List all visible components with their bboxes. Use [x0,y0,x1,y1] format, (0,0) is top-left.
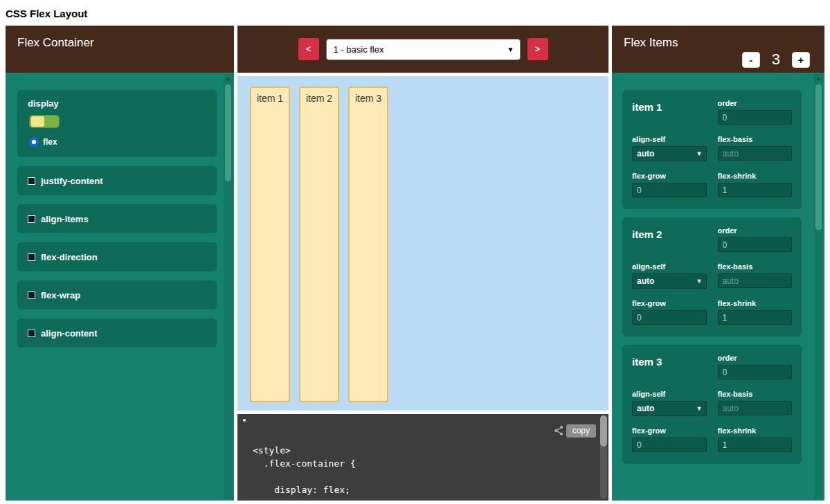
flex-shrink-label: flex-shrink [718,172,793,180]
align-items-label: align-items [41,214,89,224]
flex-grow-label: flex-grow [632,426,707,435]
example-select[interactable]: 1 - basic flex [326,39,521,60]
flex-wrap-checkbox[interactable] [28,291,35,299]
order-label: order [718,354,793,362]
order-field: order [718,99,793,125]
align-items-checkbox[interactable] [28,215,35,223]
next-example-button[interactable]: > [527,38,548,60]
flex-container-panel: Flex Container display flex justify-cont… [6,26,234,501]
item-card-title: item 1 [632,99,707,113]
display-card: display flex [17,90,217,157]
flex-shrink-field: flex-shrink [718,299,793,325]
scrollbar-thumb[interactable] [225,84,231,181]
order-label: order [718,226,793,235]
align-self-select[interactable]: auto [632,146,707,161]
flex-shrink-field: flex-shrink [718,426,793,452]
align-self-select[interactable]: auto [632,273,707,289]
share-icon[interactable] [553,425,564,439]
prev-example-button[interactable]: < [298,38,319,60]
flex-grow-input[interactable] [632,183,707,197]
order-input[interactable] [718,237,793,252]
flex-basis-input[interactable] [718,401,793,415]
flex-grow-field: flex-grow [632,426,707,452]
align-self-label: align-self [632,135,707,143]
left-panel-scrollbar[interactable]: ▲ [224,74,233,499]
item-card-title: item 2 [632,226,707,240]
app: Flex Container display flex justify-cont… [0,26,830,501]
toggle-knob [31,116,44,127]
align-self-select-wrap: auto ▼ [632,401,707,416]
order-input[interactable] [718,365,793,379]
flex-items-panel-header: Flex Items - 3 + [612,26,824,73]
code-scrollbar-thumb[interactable] [600,415,607,447]
flex-container-panel-body: display flex justify-content align-items [6,73,234,501]
order-label: order [718,99,793,107]
flex-radio-label: flex [43,137,57,147]
align-self-select-wrap: auto ▼ [632,273,707,289]
flex-basis-label: flex-basis [718,135,793,143]
flex-shrink-input[interactable] [718,310,793,325]
flex-radio[interactable] [29,137,39,147]
flex-item-1: item 1 [250,87,290,402]
flex-basis-label: flex-basis [718,262,793,271]
code-line: display: flex; [253,483,581,496]
flex-container-panel-title: Flex Container [17,36,94,50]
scroll-up-icon[interactable]: ▲ [226,74,231,83]
copy-button[interactable]: copy [566,424,596,438]
option-card-flex-wrap: flex-wrap [17,280,217,309]
item-count-controls: - 3 + [742,51,810,69]
flex-items-panel-body: item 1 order align-self auto ▼ flex-basi [612,73,824,501]
example-nav-bar: < 1 - basic flex ▼ > [237,26,608,73]
flex-direction-label: flex-direction [41,252,98,262]
scrollbar-thumb[interactable] [815,84,822,230]
align-self-select[interactable]: auto [632,401,707,416]
flex-shrink-input[interactable] [718,183,793,197]
flex-items-panel: Flex Items - 3 + item 1 order align-self [612,26,824,501]
align-self-select-wrap: auto ▼ [632,146,707,161]
flex-wrap-label: flex-wrap [41,290,80,300]
code-dot [243,419,246,422]
code-panel: copy <style> .flex-container { display: … [237,414,608,501]
code-scrollbar[interactable] [600,415,607,499]
code-line [253,470,581,483]
add-item-button[interactable]: + [792,52,810,68]
code-line: <style> [253,444,581,457]
flex-grow-field: flex-grow [632,172,707,197]
right-panel-scrollbar[interactable]: ▲ [814,74,823,499]
scroll-up-icon[interactable]: ▲ [816,74,822,83]
flex-radio-row[interactable]: flex [29,137,206,147]
flex-basis-input[interactable] [718,273,793,288]
align-content-label: align-content [41,328,98,339]
option-card-justify-content: justify-content [17,166,217,195]
order-field: order [718,226,793,252]
option-card-flex-direction: flex-direction [17,242,217,271]
flex-shrink-label: flex-shrink [718,299,793,307]
flex-grow-field: flex-grow [632,299,707,325]
flex-basis-field: flex-basis [718,390,793,415]
flex-shrink-field: flex-shrink [718,172,793,197]
remove-item-button[interactable]: - [742,52,760,68]
flex-grow-input[interactable] [632,438,707,452]
flex-basis-field: flex-basis [718,262,793,288]
align-self-field: align-self auto ▼ [632,390,707,416]
display-toggle[interactable] [29,115,60,128]
order-input[interactable] [718,110,793,125]
flex-container-panel-header: Flex Container [6,26,234,73]
example-select-wrap: 1 - basic flex ▼ [326,39,521,60]
flex-shrink-input[interactable] [718,438,793,452]
flex-grow-input[interactable] [632,310,707,325]
item-count: 3 [772,51,780,69]
flex-shrink-label: flex-shrink [718,426,793,435]
item-card-3: item 3 order align-self auto ▼ flex-basi [622,345,802,464]
flex-basis-field: flex-basis [718,135,793,161]
justify-content-label: justify-content [41,176,103,186]
align-content-checkbox[interactable] [28,330,35,337]
flex-direction-checkbox[interactable] [28,253,35,261]
justify-content-checkbox[interactable] [28,177,35,185]
option-card-align-content: align-content [17,318,217,348]
item-card-title: item 3 [632,354,707,368]
align-self-field: align-self auto ▼ [632,135,707,161]
preview-panel: < 1 - basic flex ▼ > item 1 item 2 item … [237,26,608,501]
flex-basis-input[interactable] [718,146,793,161]
align-self-field: align-self auto ▼ [632,262,707,289]
